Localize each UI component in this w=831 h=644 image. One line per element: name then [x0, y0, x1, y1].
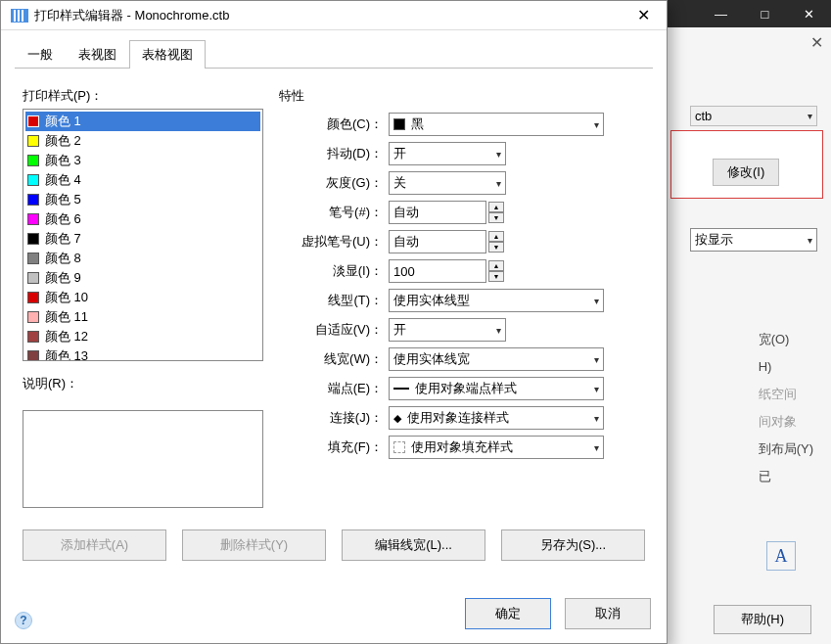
- tab-general[interactable]: 一般: [15, 40, 66, 69]
- color-label: 颜色(C)：: [279, 115, 389, 133]
- dialog-content: 打印样式(P)： 颜色 1颜色 2颜色 3颜色 4颜色 5颜色 6颜色 7颜色 …: [1, 69, 667, 526]
- help-icon[interactable]: ?: [15, 612, 32, 629]
- list-item-label: 颜色 13: [45, 347, 88, 361]
- spin-down-icon[interactable]: ▼: [488, 271, 504, 282]
- chevron-down-icon: ▾: [594, 119, 599, 130]
- spin-up-icon[interactable]: ▲: [488, 231, 504, 242]
- dialog-close-icon[interactable]: ✕: [623, 6, 663, 24]
- list-item-label: 颜色 3: [45, 152, 81, 169]
- tab-form-view[interactable]: 表格视图: [129, 40, 206, 69]
- chevron-down-icon: ▾: [808, 235, 812, 246]
- list-item[interactable]: 颜色 3: [25, 151, 260, 170]
- list-item-label: 颜色 9: [45, 269, 81, 287]
- ctb-select[interactable]: ctb ▾: [690, 106, 817, 126]
- display-select[interactable]: 按显示 ▾: [690, 228, 817, 252]
- partial-label: 纸空间: [759, 381, 813, 408]
- fill-select[interactable]: 使用对象填充样式 ▾: [389, 436, 604, 459]
- join-icon: ◆: [393, 412, 401, 425]
- list-item-label: 颜色 1: [45, 113, 81, 130]
- vpen-input[interactable]: 自动: [389, 230, 486, 253]
- spin-down-icon[interactable]: ▼: [488, 212, 504, 223]
- chevron-down-icon: ▾: [594, 296, 599, 306]
- endcap-value: 使用对象端点样式: [415, 380, 517, 397]
- vpen-spinner[interactable]: ▲ ▼: [488, 231, 504, 253]
- list-item[interactable]: 颜色 5: [25, 190, 260, 209]
- bg-body: ✕ ctb ▾ 修改(I) 按显示 ▾ 宽(O) H) 纸空间 间对象 到布局(…: [666, 27, 831, 644]
- list-item[interactable]: 颜色 8: [25, 249, 260, 268]
- list-item[interactable]: 颜色 4: [25, 170, 260, 190]
- dither-select[interactable]: 开 ▾: [389, 142, 506, 165]
- join-select[interactable]: ◆使用对象连接样式 ▾: [389, 406, 604, 430]
- ctb-select-value: ctb: [695, 109, 712, 123]
- secondary-close-icon[interactable]: ✕: [810, 33, 823, 52]
- chevron-down-icon: ▾: [594, 384, 599, 394]
- row-endcap: 端点(E)： 使用对象端点样式 ▾: [279, 377, 645, 400]
- pen-input[interactable]: 自动: [389, 201, 486, 224]
- list-item[interactable]: 颜色 2: [25, 131, 260, 151]
- color-swatch-icon: [27, 115, 39, 127]
- close-button[interactable]: ✕: [787, 0, 831, 27]
- color-swatch-icon: [27, 233, 39, 245]
- spin-down-icon[interactable]: ▼: [488, 242, 504, 253]
- list-item[interactable]: 颜色 11: [25, 307, 260, 327]
- cancel-button[interactable]: 取消: [565, 598, 651, 629]
- adapt-select[interactable]: 开 ▾: [389, 318, 506, 342]
- list-item-label: 颜色 4: [45, 171, 81, 189]
- partial-label: 到布局(Y): [759, 436, 813, 463]
- color-swatch-icon: [27, 213, 39, 225]
- chevron-down-icon: ▾: [594, 354, 599, 365]
- fade-spinner[interactable]: ▲ ▼: [488, 260, 504, 282]
- modify-button[interactable]: 修改(I): [713, 159, 779, 186]
- lwidth-select[interactable]: 使用实体线宽 ▾: [389, 347, 604, 371]
- ltype-select[interactable]: 使用实体线型 ▾: [389, 289, 604, 312]
- color-select[interactable]: 黑 ▾: [389, 113, 604, 136]
- gray-value: 关: [393, 174, 406, 192]
- fade-input[interactable]: 100: [389, 259, 486, 283]
- pen-spinner[interactable]: ▲ ▼: [488, 202, 504, 223]
- row-fill: 填充(F)： 使用对象填充样式 ▾: [279, 436, 645, 459]
- pattern-icon: [393, 441, 405, 453]
- delete-style-button[interactable]: 删除样式(Y): [182, 529, 326, 561]
- chevron-down-icon: ▾: [496, 325, 501, 336]
- join-label: 连接(J)：: [279, 409, 389, 427]
- color-swatch-icon: [27, 350, 39, 361]
- spin-up-icon[interactable]: ▲: [488, 202, 504, 212]
- ok-button[interactable]: 确定: [465, 598, 551, 629]
- chevron-down-icon: ▾: [594, 413, 599, 424]
- partial-label: 间对象: [759, 408, 813, 436]
- partial-label: 已: [759, 463, 813, 490]
- description-textarea[interactable]: [23, 410, 263, 508]
- join-value: 使用对象连接样式: [407, 409, 509, 427]
- save-as-button[interactable]: 另存为(S)...: [501, 529, 645, 561]
- styles-listbox[interactable]: 颜色 1颜色 2颜色 3颜色 4颜色 5颜色 6颜色 7颜色 8颜色 9颜色 1…: [23, 109, 263, 361]
- tab-table-view[interactable]: 表视图: [66, 40, 129, 69]
- gray-select[interactable]: 关 ▾: [389, 171, 506, 195]
- list-item[interactable]: 颜色 13: [25, 346, 260, 361]
- edit-lineweight-button[interactable]: 编辑线宽(L)...: [342, 529, 485, 561]
- chevron-down-icon: ▾: [594, 442, 599, 453]
- color-swatch-icon: [27, 174, 39, 186]
- row-gray: 灰度(G)： 关 ▾: [279, 171, 645, 195]
- list-item[interactable]: 颜色 7: [25, 229, 260, 249]
- list-item[interactable]: 颜色 10: [25, 288, 260, 307]
- minimize-button[interactable]: —: [699, 0, 743, 27]
- adapt-label: 自适应(V)：: [279, 321, 389, 339]
- endcap-select[interactable]: 使用对象端点样式 ▾: [389, 377, 604, 400]
- spin-up-icon[interactable]: ▲: [488, 260, 504, 271]
- list-item-label: 颜色 10: [45, 289, 88, 306]
- tab-bar: 一般 表视图 表格视图: [1, 30, 667, 69]
- row-join: 连接(J)： ◆使用对象连接样式 ▾: [279, 406, 645, 430]
- partial-label-list: 宽(O) H) 纸空间 间对象 到布局(Y) 已: [759, 326, 813, 490]
- a-icon[interactable]: A: [766, 541, 796, 571]
- add-style-button[interactable]: 添加样式(A): [23, 529, 166, 561]
- maximize-button[interactable]: □: [743, 0, 787, 27]
- list-item[interactable]: 颜色 1: [25, 112, 260, 131]
- list-item-label: 颜色 8: [45, 250, 81, 267]
- bg-titlebar: — □ ✕: [666, 0, 831, 27]
- list-item[interactable]: 颜色 6: [25, 209, 260, 229]
- color-swatch-icon: [27, 272, 39, 284]
- list-item[interactable]: 颜色 12: [25, 327, 260, 346]
- color-swatch-icon: [27, 331, 39, 343]
- help-button[interactable]: 帮助(H): [714, 605, 811, 634]
- list-item[interactable]: 颜色 9: [25, 268, 260, 288]
